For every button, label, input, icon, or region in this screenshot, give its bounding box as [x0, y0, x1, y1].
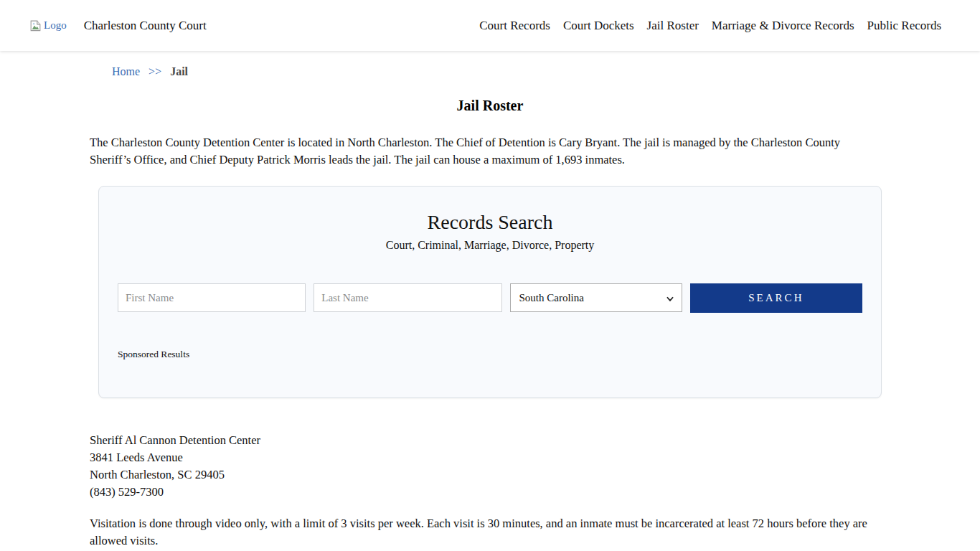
page-title: Jail Roster	[90, 98, 890, 114]
state-select-wrap: South Carolina	[510, 283, 682, 313]
facility-phone: (843) 529-7300	[90, 484, 890, 501]
visitation-paragraph: Visitation is done through video only, w…	[90, 515, 890, 550]
nav-item-court-records[interactable]: Court Records	[479, 19, 550, 33]
breadcrumb: Home >> Jail	[90, 65, 890, 78]
site-title: Charleston County Court	[84, 19, 207, 33]
sponsored-results-label: Sponsored Results	[118, 349, 862, 360]
first-name-input[interactable]	[118, 283, 306, 312]
main-nav: Court Records Court Dockets Jail Roster …	[479, 19, 941, 33]
facility-city-state-zip: North Charleston, SC 29405	[90, 466, 890, 484]
nav-item-marriage-divorce-records[interactable]: Marriage & Divorce Records	[712, 19, 854, 33]
facility-name: Sheriff Al Cannon Detention Center	[90, 432, 890, 449]
nav-item-jail-roster[interactable]: Jail Roster	[647, 19, 699, 33]
logo-alt-text: Logo	[44, 19, 67, 32]
brand: Logo Charleston County Court	[29, 19, 207, 33]
breadcrumb-current: Jail	[170, 65, 188, 77]
search-button[interactable]: SEARCH	[690, 283, 862, 313]
records-search-title: Records Search	[118, 211, 862, 234]
search-form-row: South Carolina SEARCH	[118, 283, 862, 313]
state-select[interactable]: South Carolina	[510, 283, 682, 312]
broken-image-icon	[29, 19, 42, 32]
nav-item-public-records[interactable]: Public Records	[867, 19, 941, 33]
facility-address-block: Sheriff Al Cannon Detention Center 3841 …	[90, 432, 890, 501]
header: Logo Charleston County Court Court Recor…	[0, 0, 980, 51]
intro-paragraph: The Charleston County Detention Center i…	[90, 134, 890, 169]
nav-item-court-dockets[interactable]: Court Dockets	[563, 19, 634, 33]
records-search-subtitle: Court, Criminal, Marriage, Divorce, Prop…	[118, 239, 862, 252]
records-search-card: Records Search Court, Criminal, Marriage…	[98, 186, 882, 398]
facility-street: 3841 Leeds Avenue	[90, 449, 890, 466]
breadcrumb-home-link[interactable]: Home	[112, 65, 140, 77]
last-name-input[interactable]	[314, 283, 501, 312]
main-content: Home >> Jail Jail Roster The Charleston …	[90, 65, 890, 550]
breadcrumb-separator: >>	[149, 65, 161, 77]
logo-link[interactable]: Logo	[29, 19, 67, 32]
